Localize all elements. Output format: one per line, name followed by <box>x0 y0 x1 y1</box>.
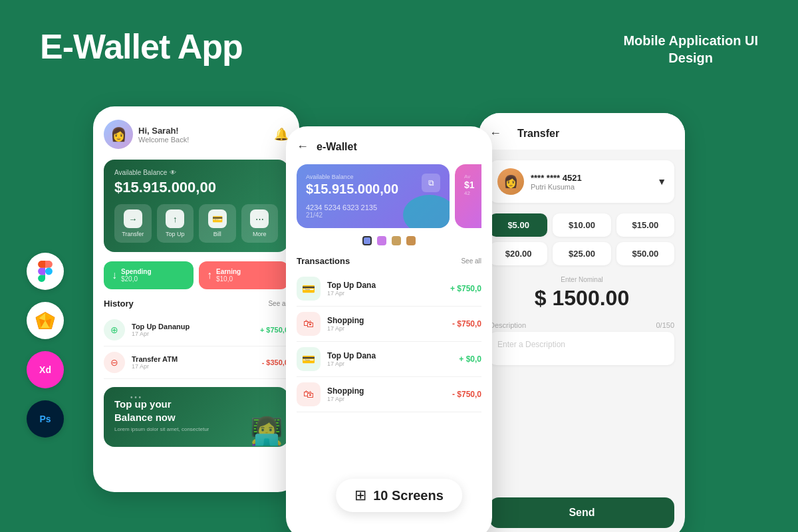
bell-icon[interactable]: 🔔 <box>274 127 289 142</box>
send-button[interactable]: Send <box>489 497 674 528</box>
amount-btn-10[interactable]: $10.00 <box>553 213 610 237</box>
topup-label: Top Up <box>166 231 185 237</box>
phone2-back-btn[interactable]: ← <box>297 140 309 154</box>
transactions-header: Transactions See all <box>297 256 481 266</box>
txn-item-3: 💳 Top Up Dana 17 Apr + $0,0 <box>297 342 481 377</box>
screens-badge: ⊞ 10 Screens <box>336 479 462 512</box>
account-number: **** **** 4521 <box>531 173 650 183</box>
txn-info-1: Top Up Dana 17 Apr <box>327 281 444 297</box>
history-title: History <box>104 299 134 309</box>
amount-btn-15[interactable]: $15.00 <box>616 213 674 237</box>
promo-text: Top up your Balance now <box>114 398 278 424</box>
transactions-see-all[interactable]: See all <box>461 257 481 265</box>
history-amount-2: - $350,0 <box>262 358 289 366</box>
color-dot-1[interactable] <box>362 236 372 245</box>
phone3-back-btn[interactable]: ← <box>489 126 501 140</box>
greeting-sub: Welcome Back! <box>138 136 274 144</box>
transfer-btn[interactable]: → Transfer <box>114 204 152 243</box>
earning-card: ↑ Earning $10,0 <box>199 261 289 289</box>
phone3-title: Transfer <box>517 128 559 140</box>
txn-amount-3: + $0,0 <box>459 354 481 364</box>
amount-display: Enter Nominal $ 1500.00 <box>489 276 674 311</box>
txn-name-2: Shopping <box>327 316 446 325</box>
stats-row: ↓ Spending $20,0 ↑ Earning $10,0 <box>104 261 289 289</box>
transfer-icon: → <box>124 209 142 228</box>
history-date-2: 17 Apr <box>132 363 255 370</box>
app-title: E-Wallet App <box>40 27 243 66</box>
color-dots <box>297 236 481 245</box>
description-label-row: Description 0/150 <box>489 321 674 329</box>
transactions-title: Transactions <box>297 256 350 266</box>
topup-btn[interactable]: ↑ Top Up <box>157 204 194 243</box>
enter-nominal-label: Enter Nominal <box>489 276 674 283</box>
card-copy-btn[interactable]: ⧉ <box>422 174 440 192</box>
action-buttons: → Transfer ↑ Top Up 💳 Bill ⋯ More <box>114 204 278 243</box>
description-input[interactable]: Enter a Description <box>489 332 674 365</box>
txn-name-1: Top Up Dana <box>327 281 444 290</box>
history-name-1: Top Up Dananup <box>132 323 253 331</box>
amount-btn-5[interactable]: $5.00 <box>489 213 547 237</box>
balance-label: Available Balance 👁 <box>114 169 278 176</box>
history-info-2: Transfer ATM 17 Apr <box>132 355 255 370</box>
history-icon-1: ⊕ <box>104 319 125 340</box>
bill-label: Bill <box>213 231 221 237</box>
xd-icon: Xd <box>27 351 64 388</box>
txn-icon-1: 💳 <box>297 277 321 301</box>
balance-amount: $15.915.000,00 <box>114 179 278 196</box>
more-label: More <box>253 231 267 237</box>
more-icon: ⋯ <box>250 209 269 228</box>
txn-amount-1: + $750,0 <box>450 284 481 293</box>
bill-icon: 💳 <box>208 209 227 228</box>
more-btn[interactable]: ⋯ More <box>241 204 279 243</box>
txn-icon-3: 💳 <box>297 347 321 371</box>
color-dot-3[interactable] <box>392 236 401 245</box>
phone1-header: 👩 Hi, Sarah! Welcome Back! 🔔 <box>104 120 289 149</box>
txn-info-3: Top Up Dana 17 Apr <box>327 351 452 367</box>
history-info-1: Top Up Dananup 17 Apr <box>132 323 253 337</box>
txn-item-2: 🛍 Shopping 17 Apr - $750,0 <box>297 307 481 342</box>
phone-1: 👩 Hi, Sarah! Welcome Back! 🔔 Available B… <box>93 106 299 492</box>
phone2-title: e-Wallet <box>317 141 357 153</box>
account-selector[interactable]: 👩 **** **** 4521 Putri Kusuma ▼ <box>489 160 674 203</box>
description-label: Description <box>489 321 526 329</box>
transfer-label: Transfer <box>122 231 144 237</box>
card-wave <box>403 195 450 228</box>
amount-big[interactable]: $ 1500.00 <box>489 286 674 311</box>
sketch-icon <box>27 302 64 339</box>
amount-btn-20[interactable]: $20.00 <box>489 242 547 265</box>
account-avatar: 👩 <box>497 168 524 195</box>
history-name-2: Transfer ATM <box>132 355 255 363</box>
account-name: Putri Kusuma <box>531 183 650 191</box>
description-count: 0/150 <box>656 321 674 329</box>
cards-carousel: Available Balance $15.915.000,00 4234 52… <box>297 164 481 228</box>
history-item-1: ⊕ Top Up Dananup 17 Apr + $750,0 <box>104 314 289 346</box>
earning-title: Earning <box>216 268 241 275</box>
screens-badge-icon: ⊞ <box>354 487 366 504</box>
greeting: Hi, Sarah! Welcome Back! <box>138 126 274 144</box>
txn-date-4: 17 Apr <box>327 396 446 402</box>
app-subtitle: Mobile Application UI Design <box>623 32 758 66</box>
history-amount-1: + $750,0 <box>260 326 289 334</box>
wallet-card-pink: Av $1 42 <box>455 164 481 228</box>
txn-info-4: Shopping 17 Apr <box>327 386 446 402</box>
amount-btn-25[interactable]: $25.00 <box>553 242 610 265</box>
history-section: History See all ⊕ Top Up Dananup 17 Apr … <box>104 299 289 379</box>
phone3-header: ← Transfer <box>479 113 685 150</box>
history-header: History See all <box>104 299 289 309</box>
color-dot-2[interactable] <box>377 236 386 245</box>
description-section: Description 0/150 Enter a Description <box>489 321 674 365</box>
promo-card: • • • Top up your Balance now Lorem ipsu… <box>104 387 289 447</box>
screens-badge-text: 10 Screens <box>373 488 444 503</box>
earning-arrow: ↑ <box>207 269 212 281</box>
txn-date-1: 17 Apr <box>327 290 444 297</box>
history-date-1: 17 Apr <box>132 331 253 337</box>
amount-btn-50[interactable]: $50.00 <box>616 242 674 265</box>
bill-btn[interactable]: 💳 Bill <box>199 204 236 243</box>
txn-item-4: 🛍 Shopping 17 Apr - $750,0 <box>297 377 481 412</box>
dropdown-arrow-icon: ▼ <box>657 176 666 187</box>
color-dot-4[interactable] <box>406 236 416 245</box>
spending-arrow: ↓ <box>112 269 117 281</box>
spending-info: Spending $20,0 <box>121 268 152 283</box>
txn-item-1: 💳 Top Up Dana 17 Apr + $750,0 <box>297 271 481 307</box>
spending-card: ↓ Spending $20,0 <box>104 261 194 289</box>
